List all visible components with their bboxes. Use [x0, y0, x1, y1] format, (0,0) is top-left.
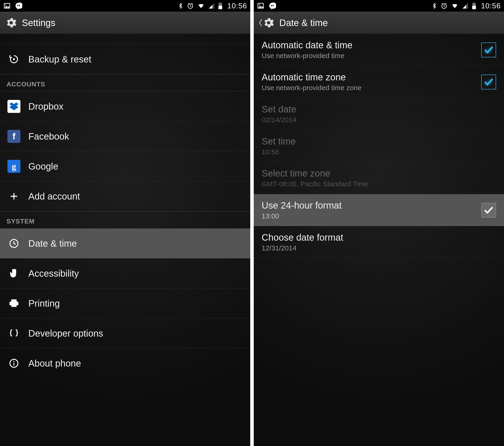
section-accounts: ACCOUNTS [0, 74, 250, 92]
svg-text:40: 40 [219, 3, 222, 6]
row-facebook[interactable]: f Facebook [0, 121, 250, 151]
page-title: Settings [22, 18, 55, 28]
cell-signal-icon [462, 2, 468, 9]
row-label: Printing [28, 298, 60, 309]
action-bar[interactable]: Date & time [254, 12, 504, 34]
row-sublabel: 02/14/2014 [262, 116, 296, 124]
row-set-time: Set time 10:56 [254, 130, 504, 162]
row-label: Dropbox [28, 101, 63, 112]
row-sublabel: 12/31/2014 [262, 244, 343, 252]
settings-list[interactable]: Backup & reset ACCOUNTS Dropbox f Facebo… [0, 34, 250, 446]
row-choose-date-format[interactable]: Choose date format 12/31/2014 [254, 226, 504, 258]
svg-rect-7 [218, 6, 222, 9]
row-label: Automatic date & time [262, 40, 352, 50]
checkbox-auto-time-zone[interactable] [481, 74, 496, 90]
row-dropbox[interactable]: Dropbox [0, 92, 250, 121]
settings-gear-icon [262, 16, 275, 29]
battery-icon: 40 [218, 2, 223, 10]
svg-rect-3 [19, 5, 20, 6]
row-select-time-zone: Select time zone GMT-08:00, Pacific Stan… [254, 162, 504, 194]
row-label: Accessibility [28, 268, 79, 279]
row-label: Backup & reset [28, 54, 91, 65]
row-label: Choose date format [262, 232, 343, 243]
row-backup-reset[interactable]: Backup & reset [0, 44, 250, 74]
checkbox-24-hour[interactable] [481, 203, 496, 218]
row-label: Set time [262, 136, 296, 147]
row-sublabel: Use network-provided time [262, 52, 352, 60]
list-item[interactable] [0, 34, 250, 44]
svg-rect-13 [14, 363, 14, 366]
row-label: Set date [262, 104, 296, 114]
section-system: SYSTEM [0, 211, 250, 229]
phone-settings: 40 10:56 Settings Backup & reset ACCOUNT… [0, 0, 250, 446]
hangouts-icon [269, 2, 276, 10]
svg-text:40: 40 [473, 3, 475, 6]
datetime-list[interactable]: Automatic date & time Use network-provid… [254, 34, 504, 446]
phone-date-time: 40 10:56 Date & time Automatic date & ti… [254, 0, 504, 446]
row-label: Automatic time zone [262, 72, 361, 82]
row-sublabel: GMT-08:00, Pacific Standard Time [262, 180, 368, 188]
bluetooth-icon [178, 2, 184, 10]
row-set-date: Set date 02/14/2014 [254, 98, 504, 130]
status-time: 10:56 [227, 2, 247, 10]
row-label: About phone [28, 358, 81, 369]
row-label: Use 24-hour format [262, 200, 342, 211]
printer-icon [6, 298, 21, 309]
picture-icon [257, 2, 264, 10]
plus-icon [6, 191, 21, 201]
row-auto-time-zone[interactable]: Automatic time zone Use network-provided… [254, 66, 504, 98]
google-icon: g [6, 160, 21, 173]
alarm-icon [187, 2, 194, 9]
hand-icon [6, 268, 21, 279]
row-developer-options[interactable]: Developer options [0, 318, 250, 348]
svg-point-15 [259, 4, 260, 5]
status-bar: 40 10:56 [0, 0, 250, 12]
bluetooth-icon [431, 2, 437, 10]
action-bar: Settings [0, 12, 250, 34]
row-24-hour-format[interactable]: Use 24-hour format 13:00 [254, 194, 504, 226]
wifi-icon [197, 2, 205, 9]
row-printing[interactable]: Printing [0, 289, 250, 318]
row-sublabel: Use network-provided time zone [262, 84, 361, 92]
svg-rect-20 [473, 2, 475, 3]
settings-gear-icon [5, 16, 18, 29]
svg-rect-16 [271, 5, 272, 6]
braces-icon [6, 328, 21, 339]
row-date-time[interactable]: Date & time [0, 229, 250, 259]
wifi-icon [451, 2, 459, 9]
row-label: Facebook [28, 131, 69, 142]
picture-icon [3, 2, 11, 10]
battery-icon: 40 [472, 2, 476, 10]
row-label: Date & time [28, 238, 77, 249]
svg-point-12 [14, 361, 15, 362]
status-time: 10:56 [481, 2, 501, 10]
row-sublabel: 13:00 [262, 212, 342, 220]
svg-rect-17 [272, 5, 273, 6]
row-add-account[interactable]: Add account [0, 181, 250, 211]
info-icon [6, 358, 21, 369]
row-label: Add account [28, 191, 80, 202]
checkbox-auto-date-time[interactable] [481, 42, 496, 57]
status-bar: 40 10:56 [254, 0, 504, 12]
svg-point-1 [5, 4, 6, 5]
svg-rect-2 [18, 5, 18, 6]
page-title: Date & time [279, 18, 328, 28]
row-google[interactable]: g Google [0, 151, 250, 181]
hangouts-icon [15, 2, 22, 10]
restore-icon [6, 54, 21, 65]
cell-signal-icon [208, 2, 215, 9]
row-about-phone[interactable]: About phone [0, 348, 250, 378]
svg-rect-21 [472, 6, 476, 9]
row-auto-date-time[interactable]: Automatic date & time Use network-provid… [254, 34, 504, 66]
row-accessibility[interactable]: Accessibility [0, 259, 250, 289]
svg-point-9 [13, 58, 15, 60]
svg-rect-6 [220, 2, 221, 3]
row-label: Developer options [28, 328, 103, 339]
dropbox-icon [6, 100, 21, 113]
alarm-icon [441, 2, 448, 9]
clock-icon [6, 238, 21, 249]
row-label: Google [28, 161, 58, 172]
row-sublabel: 10:56 [262, 148, 296, 156]
facebook-icon: f [6, 130, 21, 143]
row-label: Select time zone [262, 168, 368, 179]
